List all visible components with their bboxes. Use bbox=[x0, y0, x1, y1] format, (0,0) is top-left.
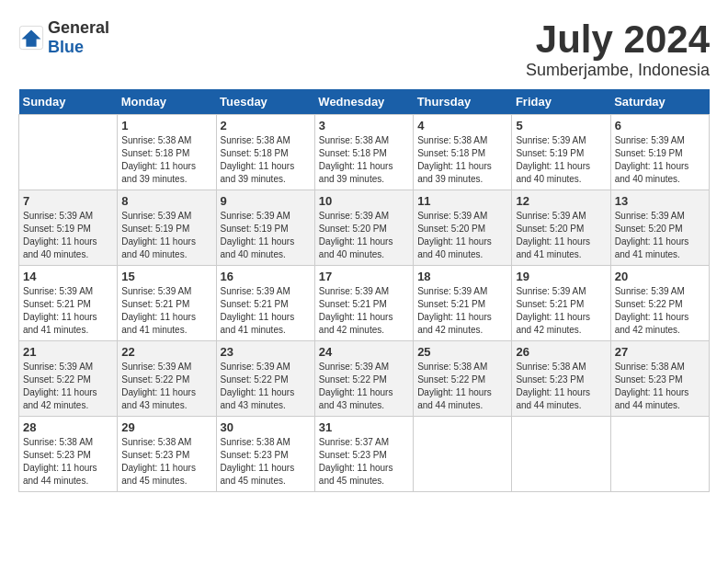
day-info: Sunrise: 5:39 AM Sunset: 5:21 PM Dayligh… bbox=[221, 285, 311, 337]
logo-icon bbox=[18, 25, 44, 51]
day-number: 31 bbox=[319, 420, 409, 434]
page-header: General Blue July 2024 Sumberjambe, Indo… bbox=[18, 18, 710, 80]
day-number: 25 bbox=[417, 345, 507, 359]
calendar-cell: 9Sunrise: 5:39 AM Sunset: 5:19 PM Daylig… bbox=[216, 190, 314, 266]
calendar-cell: 26Sunrise: 5:38 AM Sunset: 5:23 PM Dayli… bbox=[512, 341, 610, 417]
calendar-cell: 30Sunrise: 5:38 AM Sunset: 5:23 PM Dayli… bbox=[216, 417, 314, 492]
day-number: 6 bbox=[615, 119, 705, 132]
day-info: Sunrise: 5:39 AM Sunset: 5:20 PM Dayligh… bbox=[615, 210, 705, 261]
day-number: 22 bbox=[121, 345, 211, 359]
day-number: 2 bbox=[221, 119, 311, 132]
day-info: Sunrise: 5:38 AM Sunset: 5:18 PM Dayligh… bbox=[417, 134, 507, 186]
day-info: Sunrise: 5:38 AM Sunset: 5:23 PM Dayligh… bbox=[516, 361, 606, 412]
day-info: Sunrise: 5:38 AM Sunset: 5:18 PM Dayligh… bbox=[121, 134, 211, 186]
day-number: 1 bbox=[121, 119, 211, 132]
calendar-week-row: 7Sunrise: 5:39 AM Sunset: 5:19 PM Daylig… bbox=[19, 190, 710, 266]
calendar-cell: 29Sunrise: 5:38 AM Sunset: 5:23 PM Dayli… bbox=[118, 417, 216, 492]
calendar-cell bbox=[610, 417, 709, 492]
logo: General Blue bbox=[18, 18, 109, 57]
day-info: Sunrise: 5:39 AM Sunset: 5:22 PM Dayligh… bbox=[221, 361, 311, 412]
calendar-cell: 7Sunrise: 5:39 AM Sunset: 5:19 PM Daylig… bbox=[19, 190, 118, 266]
day-number: 9 bbox=[221, 194, 311, 208]
day-info: Sunrise: 5:37 AM Sunset: 5:23 PM Dayligh… bbox=[319, 436, 409, 488]
calendar-table: SundayMondayTuesdayWednesdayThursdayFrid… bbox=[18, 89, 710, 492]
day-number: 21 bbox=[23, 345, 113, 359]
calendar-cell bbox=[512, 417, 610, 492]
day-info: Sunrise: 5:39 AM Sunset: 5:21 PM Dayligh… bbox=[319, 285, 409, 337]
calendar-cell: 10Sunrise: 5:39 AM Sunset: 5:20 PM Dayli… bbox=[314, 190, 413, 266]
day-number: 20 bbox=[615, 270, 705, 283]
day-info: Sunrise: 5:39 AM Sunset: 5:22 PM Dayligh… bbox=[319, 361, 409, 412]
day-info: Sunrise: 5:38 AM Sunset: 5:18 PM Dayligh… bbox=[221, 134, 311, 186]
day-number: 8 bbox=[121, 194, 211, 208]
day-number: 14 bbox=[23, 270, 113, 283]
calendar-cell: 16Sunrise: 5:39 AM Sunset: 5:21 PM Dayli… bbox=[216, 266, 314, 341]
day-number: 5 bbox=[516, 119, 606, 132]
weekday-header-sunday: Sunday bbox=[19, 89, 118, 115]
day-info: Sunrise: 5:39 AM Sunset: 5:20 PM Dayligh… bbox=[516, 210, 606, 261]
calendar-cell: 13Sunrise: 5:39 AM Sunset: 5:20 PM Dayli… bbox=[610, 190, 709, 266]
day-number: 26 bbox=[516, 345, 606, 359]
day-number: 10 bbox=[319, 194, 409, 208]
day-info: Sunrise: 5:38 AM Sunset: 5:22 PM Dayligh… bbox=[417, 361, 507, 412]
calendar-cell: 1Sunrise: 5:38 AM Sunset: 5:18 PM Daylig… bbox=[118, 115, 216, 190]
calendar-cell: 14Sunrise: 5:39 AM Sunset: 5:21 PM Dayli… bbox=[19, 266, 118, 341]
calendar-cell: 17Sunrise: 5:39 AM Sunset: 5:21 PM Dayli… bbox=[314, 266, 413, 341]
day-info: Sunrise: 5:39 AM Sunset: 5:22 PM Dayligh… bbox=[121, 361, 211, 412]
calendar-cell: 5Sunrise: 5:39 AM Sunset: 5:19 PM Daylig… bbox=[512, 115, 610, 190]
calendar-cell: 25Sunrise: 5:38 AM Sunset: 5:22 PM Dayli… bbox=[414, 341, 512, 417]
weekday-header-tuesday: Tuesday bbox=[216, 89, 314, 115]
calendar-cell: 2Sunrise: 5:38 AM Sunset: 5:18 PM Daylig… bbox=[216, 115, 314, 190]
day-number: 24 bbox=[319, 345, 409, 359]
calendar-cell: 21Sunrise: 5:39 AM Sunset: 5:22 PM Dayli… bbox=[19, 341, 118, 417]
calendar-cell: 6Sunrise: 5:39 AM Sunset: 5:19 PM Daylig… bbox=[610, 115, 709, 190]
weekday-header-row: SundayMondayTuesdayWednesdayThursdayFrid… bbox=[19, 89, 710, 115]
calendar-week-row: 14Sunrise: 5:39 AM Sunset: 5:21 PM Dayli… bbox=[19, 266, 710, 341]
calendar-cell: 22Sunrise: 5:39 AM Sunset: 5:22 PM Dayli… bbox=[118, 341, 216, 417]
day-number: 19 bbox=[516, 270, 606, 283]
day-info: Sunrise: 5:38 AM Sunset: 5:23 PM Dayligh… bbox=[615, 361, 705, 412]
calendar-cell: 31Sunrise: 5:37 AM Sunset: 5:23 PM Dayli… bbox=[314, 417, 413, 492]
day-info: Sunrise: 5:39 AM Sunset: 5:19 PM Dayligh… bbox=[121, 210, 211, 261]
day-info: Sunrise: 5:39 AM Sunset: 5:21 PM Dayligh… bbox=[417, 285, 507, 337]
day-number: 29 bbox=[121, 420, 211, 434]
day-info: Sunrise: 5:39 AM Sunset: 5:21 PM Dayligh… bbox=[23, 285, 113, 337]
weekday-header-saturday: Saturday bbox=[610, 89, 709, 115]
day-number: 4 bbox=[417, 119, 507, 132]
day-number: 27 bbox=[615, 345, 705, 359]
location-subtitle: Sumberjambe, Indonesia bbox=[526, 61, 710, 80]
calendar-cell: 11Sunrise: 5:39 AM Sunset: 5:20 PM Dayli… bbox=[414, 190, 512, 266]
calendar-cell bbox=[19, 115, 118, 190]
day-number: 17 bbox=[319, 270, 409, 283]
day-number: 30 bbox=[221, 420, 311, 434]
calendar-cell: 18Sunrise: 5:39 AM Sunset: 5:21 PM Dayli… bbox=[414, 266, 512, 341]
day-info: Sunrise: 5:39 AM Sunset: 5:19 PM Dayligh… bbox=[615, 134, 705, 186]
calendar-week-row: 28Sunrise: 5:38 AM Sunset: 5:23 PM Dayli… bbox=[19, 417, 710, 492]
calendar-cell: 4Sunrise: 5:38 AM Sunset: 5:18 PM Daylig… bbox=[414, 115, 512, 190]
day-number: 3 bbox=[319, 119, 409, 132]
day-info: Sunrise: 5:38 AM Sunset: 5:23 PM Dayligh… bbox=[221, 436, 311, 488]
day-number: 13 bbox=[615, 194, 705, 208]
calendar-cell: 20Sunrise: 5:39 AM Sunset: 5:22 PM Dayli… bbox=[610, 266, 709, 341]
weekday-header-monday: Monday bbox=[118, 89, 216, 115]
calendar-cell: 12Sunrise: 5:39 AM Sunset: 5:20 PM Dayli… bbox=[512, 190, 610, 266]
calendar-week-row: 1Sunrise: 5:38 AM Sunset: 5:18 PM Daylig… bbox=[19, 115, 710, 190]
day-info: Sunrise: 5:38 AM Sunset: 5:23 PM Dayligh… bbox=[23, 436, 113, 488]
day-info: Sunrise: 5:39 AM Sunset: 5:20 PM Dayligh… bbox=[319, 210, 409, 261]
day-info: Sunrise: 5:38 AM Sunset: 5:23 PM Dayligh… bbox=[121, 436, 211, 488]
day-info: Sunrise: 5:39 AM Sunset: 5:20 PM Dayligh… bbox=[417, 210, 507, 261]
day-number: 15 bbox=[121, 270, 211, 283]
day-info: Sunrise: 5:38 AM Sunset: 5:18 PM Dayligh… bbox=[319, 134, 409, 186]
day-number: 7 bbox=[23, 194, 113, 208]
calendar-cell: 24Sunrise: 5:39 AM Sunset: 5:22 PM Dayli… bbox=[314, 341, 413, 417]
weekday-header-friday: Friday bbox=[512, 89, 610, 115]
calendar-cell: 23Sunrise: 5:39 AM Sunset: 5:22 PM Dayli… bbox=[216, 341, 314, 417]
logo-text-blue: Blue bbox=[48, 38, 84, 56]
day-number: 23 bbox=[221, 345, 311, 359]
month-year-title: July 2024 bbox=[526, 18, 710, 61]
day-info: Sunrise: 5:39 AM Sunset: 5:21 PM Dayligh… bbox=[121, 285, 211, 337]
day-number: 16 bbox=[221, 270, 311, 283]
title-area: July 2024 Sumberjambe, Indonesia bbox=[526, 18, 710, 80]
calendar-cell: 27Sunrise: 5:38 AM Sunset: 5:23 PM Dayli… bbox=[610, 341, 709, 417]
weekday-header-thursday: Thursday bbox=[414, 89, 512, 115]
